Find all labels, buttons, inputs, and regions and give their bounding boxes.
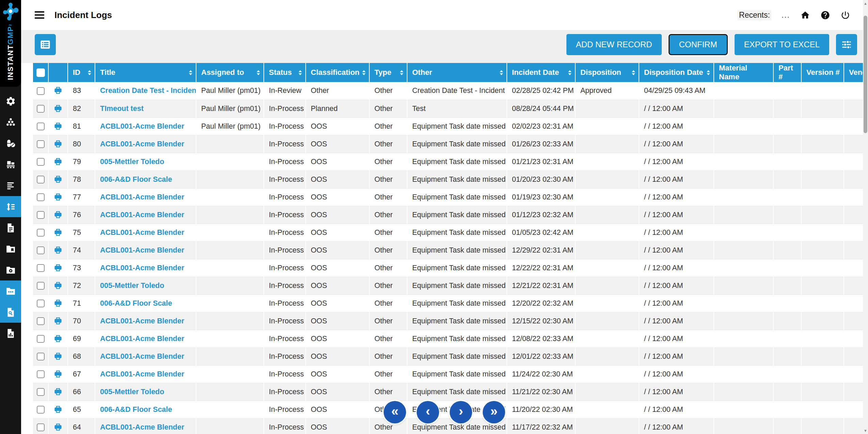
sidebar-item-projects[interactable] <box>0 238 21 259</box>
print-record-button[interactable] <box>53 262 63 273</box>
vertical-scrollbar[interactable]: ▲ ▼ <box>863 0 868 434</box>
incident-title-link[interactable]: 006-A&D Floor Scale <box>100 405 172 414</box>
print-record-button[interactable] <box>53 138 63 149</box>
incident-title-link[interactable]: ACBL001-Acme Blender <box>100 317 184 325</box>
print-record-button[interactable] <box>53 333 63 344</box>
incident-title-link[interactable]: ACBL001-Acme Blender <box>100 122 184 130</box>
print-record-button[interactable] <box>53 156 63 167</box>
print-record-button[interactable] <box>53 102 63 114</box>
sort-icon[interactable] <box>189 70 192 75</box>
incident-title-link[interactable]: 005-Mettler Toledo <box>100 158 164 166</box>
column-header-disposition-date[interactable]: Disposition Date <box>639 63 714 82</box>
home-button[interactable] <box>800 10 810 20</box>
print-record-button[interactable] <box>53 173 63 185</box>
print-record-button[interactable] <box>53 279 63 291</box>
incident-title-link[interactable]: ACBL001-Acme Blender <box>100 228 184 237</box>
logout-button[interactable] <box>840 10 850 20</box>
sort-icon[interactable] <box>88 70 91 75</box>
print-record-button[interactable] <box>53 209 63 220</box>
export-to-excel-button[interactable]: EXPORT TO EXCEL <box>735 34 829 55</box>
filter-button[interactable] <box>836 34 857 55</box>
select-row-checkbox[interactable] <box>37 229 45 237</box>
incident-title-link[interactable]: ACBL001-Acme Blender <box>100 140 184 148</box>
sort-icon[interactable] <box>568 70 572 75</box>
select-row-checkbox[interactable] <box>37 176 45 183</box>
incident-title-link[interactable]: 005-Mettler Toledo <box>100 282 164 290</box>
sort-icon[interactable] <box>257 70 260 75</box>
column-header-other[interactable]: Other <box>407 63 507 82</box>
next-page-button[interactable]: › <box>450 401 472 423</box>
print-record-button[interactable] <box>53 368 63 380</box>
recents-menu[interactable]: ... <box>782 11 790 20</box>
print-record-button[interactable] <box>53 84 63 96</box>
sidebar-item-documents[interactable] <box>0 217 21 238</box>
incident-title-link[interactable]: ACBL001-Acme Blender <box>100 352 184 360</box>
sidebar-item-incident-logs[interactable] <box>0 196 21 217</box>
print-record-button[interactable] <box>53 350 63 362</box>
print-record-button[interactable] <box>53 386 63 397</box>
print-record-button[interactable] <box>53 403 63 415</box>
print-record-button[interactable] <box>53 421 63 433</box>
print-record-button[interactable] <box>53 244 63 256</box>
incident-title-link[interactable]: ACBL001-Acme Blender <box>100 264 184 272</box>
select-all-checkbox[interactable] <box>36 68 45 77</box>
column-header-status[interactable]: Status <box>264 63 306 82</box>
sidebar-item-record-search[interactable] <box>0 302 21 323</box>
sort-icon[interactable] <box>362 70 366 75</box>
sort-icon[interactable] <box>707 70 710 75</box>
sort-icon[interactable] <box>299 70 302 75</box>
incident-title-link[interactable]: 005-Mettler Toledo <box>100 388 164 396</box>
select-row-checkbox[interactable] <box>37 140 45 148</box>
previous-page-button[interactable]: ‹ <box>417 401 439 423</box>
select-row-checkbox[interactable] <box>37 335 45 343</box>
select-row-checkbox[interactable] <box>37 211 45 219</box>
select-row-checkbox[interactable] <box>37 282 45 290</box>
sidebar-item-organization[interactable] <box>0 112 21 133</box>
select-row-checkbox[interactable] <box>37 123 45 130</box>
print-record-button[interactable] <box>53 315 63 326</box>
sidebar-item-managed-folders[interactable] <box>0 259 21 280</box>
column-header-title[interactable]: Title <box>95 63 196 82</box>
last-page-button[interactable]: » <box>483 401 505 423</box>
sort-icon[interactable] <box>632 70 635 75</box>
add-new-record-button[interactable]: ADD NEW RECORD <box>566 34 662 55</box>
select-row-checkbox[interactable] <box>37 193 45 201</box>
menu-toggle-button[interactable] <box>35 11 46 19</box>
print-record-button[interactable] <box>53 226 63 238</box>
incident-title-link[interactable]: ACBL001-Acme Blender <box>100 335 184 343</box>
select-row-checkbox[interactable] <box>37 370 45 378</box>
brand-logo[interactable]: INSTANTGMP™ <box>0 0 21 87</box>
incident-title-link[interactable]: TImeout test <box>100 105 144 113</box>
incident-title-link[interactable]: Creation Date Test - Incident <box>100 86 196 95</box>
incident-title-link[interactable]: 006-A&D Floor Scale <box>100 175 172 183</box>
first-page-button[interactable]: « <box>384 401 406 423</box>
column-header-assigned-to[interactable]: Assigned to <box>196 63 264 82</box>
scrollbar-thumb[interactable] <box>864 16 867 133</box>
scroll-down-arrow[interactable]: ▼ <box>863 428 868 433</box>
help-button[interactable] <box>820 10 830 20</box>
sidebar-item-products[interactable] <box>0 133 21 154</box>
scroll-up-arrow[interactable]: ▲ <box>863 1 868 6</box>
column-header-disposition[interactable]: Disposition <box>575 63 639 82</box>
sidebar-item-settings[interactable] <box>0 91 21 112</box>
select-row-checkbox[interactable] <box>37 353 45 360</box>
select-row-checkbox[interactable] <box>37 423 45 431</box>
sort-icon[interactable] <box>500 70 503 75</box>
sidebar-item-reports[interactable] <box>0 323 21 344</box>
incident-title-link[interactable]: ACBL001-Acme Blender <box>100 423 184 431</box>
incident-title-link[interactable]: ACBL001-Acme Blender <box>100 370 184 378</box>
table-view-button[interactable] <box>35 34 56 55</box>
print-record-button[interactable] <box>53 191 63 203</box>
select-row-checkbox[interactable] <box>37 317 45 325</box>
select-row-checkbox[interactable] <box>37 87 45 95</box>
incident-title-link[interactable]: 006-A&D Floor Scale <box>100 299 172 307</box>
print-record-button[interactable] <box>53 120 63 132</box>
sidebar-item-logs[interactable] <box>0 175 21 196</box>
select-row-checkbox[interactable] <box>37 105 45 113</box>
select-row-checkbox[interactable] <box>37 388 45 396</box>
column-header-incident-date[interactable]: Incident Date <box>507 63 575 82</box>
sidebar-item-records[interactable] <box>0 280 21 302</box>
select-row-checkbox[interactable] <box>37 158 45 166</box>
select-row-checkbox[interactable] <box>37 264 45 272</box>
select-row-checkbox[interactable] <box>37 406 45 414</box>
